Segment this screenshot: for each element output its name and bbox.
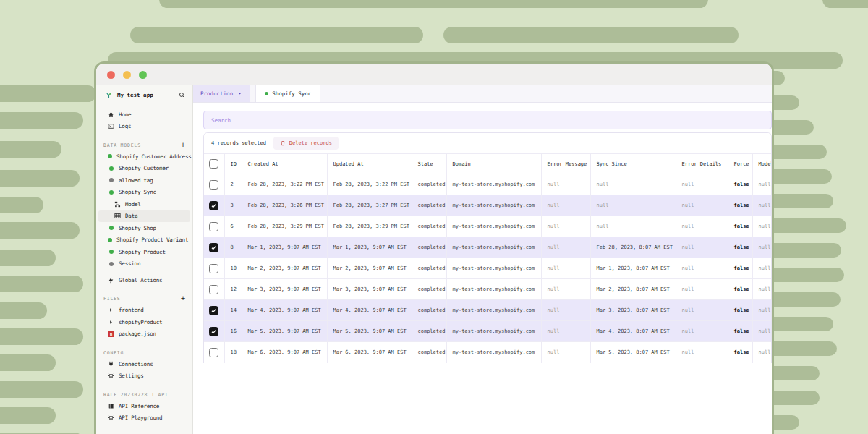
row-checkbox[interactable] (209, 264, 218, 273)
cell-models: null (752, 300, 772, 321)
sidebar-item-model[interactable]: Model (98, 198, 190, 210)
chevron-down-icon (237, 91, 242, 96)
sidebar-item-data[interactable]: Data (98, 210, 190, 223)
row-select-cell (204, 321, 224, 342)
column-header-domain: Domain (446, 154, 541, 174)
cell-domain: my-test-store.myshopify.com (446, 195, 541, 216)
cell-created_at: Mar 1, 2023, 9:07 AM EST (242, 237, 327, 258)
table-row-10[interactable]: 10Mar 2, 2023, 9:07 AM ESTMar 2, 2023, 9… (204, 258, 772, 279)
cell-error_message: null (541, 279, 590, 300)
sidebar-item-label: Shopify Customer Address (116, 153, 192, 160)
table-row-8[interactable]: 8Mar 1, 2023, 9:07 AM ESTMar 1, 2023, 9:… (204, 237, 772, 258)
sidebar-item-allowed-tag[interactable]: allowed tag (98, 174, 190, 187)
row-checkbox[interactable] (209, 327, 218, 336)
trash-icon (280, 140, 286, 146)
cell-sync_since: null (590, 216, 676, 237)
column-header-created-at: Created At (242, 154, 327, 174)
tab-shopify-sync[interactable]: Shopify Sync (255, 85, 320, 102)
sidebar-item-label: Shopify Sync (119, 189, 156, 195)
main-area: Production Shopify Sync 4 records select… (193, 85, 772, 434)
caret-right-icon (108, 307, 114, 312)
row-checkbox[interactable] (209, 285, 218, 294)
cell-created_at: Mar 2, 2023, 9:07 AM EST (242, 258, 327, 279)
cell-state: completed (412, 279, 446, 300)
cell-updated_at: Mar 3, 2023, 9:07 AM EST (327, 279, 412, 300)
sidebar-item-shopify-customer-address[interactable]: Shopify Customer Address (98, 150, 190, 163)
sidebar-item-label: Settings (119, 373, 144, 379)
bg-pill (0, 222, 80, 239)
select-all-checkbox[interactable] (209, 159, 218, 169)
sidebar-item-label: Session (119, 260, 140, 267)
cell-domain: my-test-store.myshopify.com (446, 321, 541, 342)
book-icon (108, 403, 114, 409)
row-checkbox[interactable] (209, 306, 218, 315)
cell-domain: my-test-store.myshopify.com (446, 279, 541, 300)
sidebar-item-settings[interactable]: Settings (98, 370, 190, 383)
cell-models: null (752, 258, 772, 279)
row-checkbox[interactable] (209, 222, 218, 231)
sidebar-item-shopify-product-variant[interactable]: Shopify Product Variant (98, 234, 190, 247)
cell-error_details: null (676, 258, 728, 279)
cell-sync_since: Mar 4, 2023, 8:07 AM EST (590, 321, 676, 342)
sidebar-item-frontend[interactable]: frontend (98, 305, 190, 317)
sidebar-item-home[interactable]: Home (98, 109, 190, 121)
cell-created_at: Feb 28, 2023, 3:29 PM EST (242, 216, 327, 237)
add-files-button[interactable]: + (181, 295, 185, 302)
table-header-row: IDCreated AtUpdated AtStateDomainError M… (204, 154, 772, 174)
tab-bar: Production Shopify Sync (193, 85, 772, 103)
sidebar-item-logs[interactable]: Logs (98, 121, 190, 133)
row-select-cell (204, 279, 224, 300)
column-header-sync-since: Sync Since (590, 154, 676, 174)
table-row-6[interactable]: 6Feb 28, 2023, 3:29 PM ESTFeb 28, 2023, … (204, 216, 772, 237)
cell-domain: my-test-store.myshopify.com (446, 216, 541, 237)
row-checkbox[interactable] (209, 243, 218, 252)
table-row-2[interactable]: 2Feb 28, 2023, 3:22 PM ESTFeb 28, 2023, … (204, 174, 772, 195)
search-icon[interactable] (179, 92, 185, 98)
delete-records-button[interactable]: Delete records (273, 137, 339, 150)
cell-id: 14 (224, 300, 242, 321)
table-row-12[interactable]: 12Mar 3, 2023, 9:07 AM ESTMar 3, 2023, 9… (204, 279, 772, 300)
sidebar-item-package-json[interactable]: npackage.json (98, 328, 190, 341)
cell-id: 10 (224, 258, 242, 279)
cell-state: completed (412, 300, 446, 321)
cell-state: completed (412, 342, 446, 363)
close-window-icon[interactable] (107, 71, 115, 79)
bg-pill (0, 170, 80, 187)
cell-models: null (752, 195, 772, 216)
sidebar-item-shopify-sync[interactable]: Shopify Sync (98, 187, 190, 199)
row-checkbox[interactable] (209, 201, 218, 210)
sidebar-header: My test app (96, 85, 192, 104)
sidebar-item-global-actions[interactable]: Global Actions (98, 274, 190, 286)
environment-label: Production (200, 90, 233, 97)
sidebar-item-api-reference[interactable]: API Reference (98, 400, 190, 412)
table-row-18[interactable]: 18Mar 6, 2023, 9:07 AM ESTMar 6, 2023, 9… (204, 342, 772, 363)
environment-selector[interactable]: Production (193, 85, 250, 102)
table-row-3[interactable]: 3Feb 28, 2023, 3:26 PM ESTFeb 28, 2023, … (204, 195, 772, 216)
sidebar-item-shopify-shop[interactable]: Shopify Shop (98, 222, 190, 234)
sidebar-item-shopify-customer[interactable]: Shopify Customer (98, 163, 190, 175)
zoom-window-icon[interactable] (139, 71, 147, 79)
sidebar-item-api-playground[interactable]: API Playground (98, 412, 190, 425)
model-icon (114, 201, 121, 208)
cell-force: false (728, 216, 752, 237)
sidebar-item-shopify-product[interactable]: Shopify Product (98, 246, 190, 258)
sidebar-item-connections[interactable]: Connections (98, 358, 190, 370)
table-row-14[interactable]: 14Mar 4, 2023, 9:07 AM ESTMar 4, 2023, 9… (204, 300, 772, 321)
sidebar-item-shopifyproduct[interactable]: shopifyProduct (98, 316, 190, 328)
bg-pill (443, 27, 739, 43)
table-row-16[interactable]: 16Mar 5, 2023, 9:07 AM ESTMar 5, 2023, 9… (204, 321, 772, 342)
cell-created_at: Mar 4, 2023, 9:07 AM EST (242, 300, 327, 321)
add-data-models-button[interactable]: + (181, 142, 185, 149)
row-select-cell (204, 300, 224, 321)
cell-error_details: null (676, 216, 728, 237)
cell-id: 3 (224, 195, 242, 216)
bg-pill (0, 85, 96, 102)
search-input[interactable] (203, 111, 772, 129)
sidebar-item-label: Data (125, 213, 137, 219)
row-checkbox[interactable] (209, 348, 218, 357)
cell-error_details: null (676, 237, 728, 258)
sidebar-item-session[interactable]: Session (98, 258, 190, 271)
minimize-window-icon[interactable] (123, 71, 131, 79)
cell-state: completed (412, 195, 446, 216)
row-checkbox[interactable] (209, 180, 218, 190)
